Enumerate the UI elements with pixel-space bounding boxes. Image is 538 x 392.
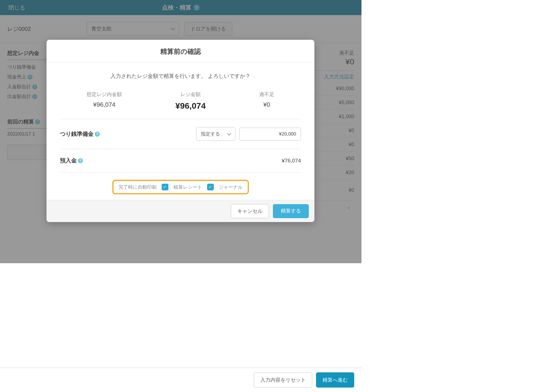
change-input[interactable]: ¥20,000 <box>239 128 301 141</box>
receipt-checkbox[interactable]: ✓ <box>162 184 168 190</box>
selected: 指定する <box>201 131 220 137</box>
deposit-value: ¥76,074 <box>282 158 301 164</box>
modal-title: 精算前の確認 <box>47 40 314 62</box>
modal-message: 入力されたレジ金額で精算を行います。 よろしいですか？ <box>60 73 301 80</box>
modal-summary: 想定レジ内金額 ¥96,074 レジ金額 ¥96,074 過不足 ¥0 <box>60 91 301 119</box>
help-icon[interactable]: ? <box>95 132 100 137</box>
label: レジ金額 <box>175 91 206 98</box>
row-label: つり銭準備金 ? <box>60 130 196 138</box>
text: 預入金 <box>60 157 77 164</box>
deposit-row: 預入金 ? ¥76,074 <box>60 149 301 172</box>
confirm-button[interactable]: 精算する <box>273 204 309 218</box>
text: つり銭準備金 <box>60 130 94 138</box>
summary-shortage: 過不足 ¥0 <box>259 91 274 111</box>
confirmation-modal: 精算前の確認 入力されたレジ金額で精算を行います。 よろしいですか？ 想定レジ内… <box>47 40 314 222</box>
value: ¥96,074 <box>175 101 206 111</box>
modal-footer: キャンセル 精算する <box>47 200 314 222</box>
value: ¥0 <box>259 101 274 108</box>
value: ¥96,074 <box>87 101 122 108</box>
receipt-label: 精算レシート <box>173 184 202 190</box>
chevron-down-icon <box>227 131 231 135</box>
label: 想定レジ内金額 <box>87 91 122 98</box>
change-reserve-row: つり銭準備金 ? 指定する ¥20,000 <box>60 119 301 149</box>
label: 過不足 <box>259 91 274 98</box>
modal-body: 入力されたレジ金額で精算を行います。 よろしいですか？ 想定レジ内金額 ¥96,… <box>47 62 314 200</box>
summary-expected: 想定レジ内金額 ¥96,074 <box>87 91 122 111</box>
cancel-button[interactable]: キャンセル <box>231 204 269 218</box>
row-label: 預入金 ? <box>60 157 282 164</box>
summary-register: レジ金額 ¥96,074 <box>175 91 206 111</box>
change-select[interactable]: 指定する <box>196 127 235 141</box>
journal-label: ジャーナル <box>219 184 243 190</box>
help-icon[interactable]: ? <box>78 158 83 163</box>
journal-checkbox[interactable]: ✓ <box>207 184 214 190</box>
print-label: 完了時に自動印刷 <box>119 184 157 190</box>
auto-print-highlight: 完了時に自動印刷 ✓ 精算レシート ✓ ジャーナル <box>112 180 249 194</box>
